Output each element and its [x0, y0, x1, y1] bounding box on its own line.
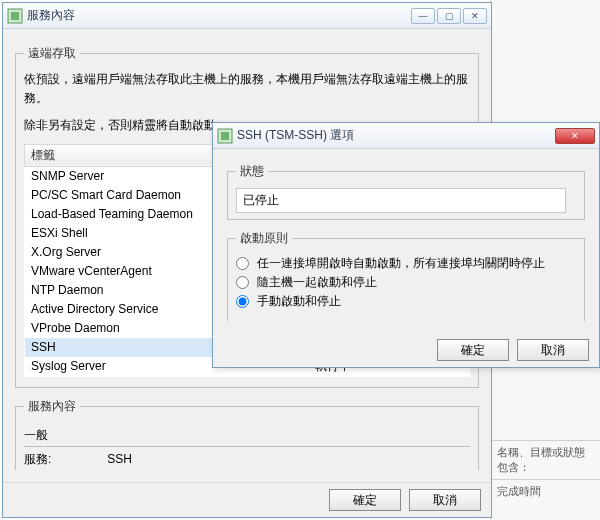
cancel-button[interactable]: 取消 — [409, 489, 481, 511]
status-group: 狀態 已停止 — [227, 163, 585, 220]
services-footer: 確定 取消 — [3, 482, 491, 517]
startup-policy-group: 啟動原則 任一連接埠開啟時自動啟動，所有連接埠均關閉時停止 隨主機一起啟動和停止… — [227, 230, 585, 321]
services-window-title: 服務內容 — [27, 7, 411, 24]
policy-opt-manual-label: 手動啟動和停止 — [257, 293, 341, 310]
policy-radio-manual[interactable] — [236, 295, 249, 308]
status-value: 已停止 — [236, 188, 566, 213]
policy-opt-withhost[interactable]: 隨主機一起啟動和停止 — [236, 274, 576, 291]
service-detail-group: 服務內容 一般 服務: SSH 套件資訊: esx-base This VIB … — [15, 398, 479, 470]
ssh-options-window: SSH (TSM-SSH) 選項 ✕ 狀態 已停止 啟動原則 任一連接埠開啟時自… — [212, 122, 600, 368]
close-button[interactable]: ✕ — [555, 128, 595, 144]
ssh-options-titlebar[interactable]: SSH (TSM-SSH) 選項 ✕ — [213, 123, 599, 149]
policy-opt-auto-label: 任一連接埠開啟時自動啟動，所有連接埠均關閉時停止 — [257, 255, 545, 272]
pkg-label: 套件資訊: — [24, 468, 104, 470]
policy-opt-auto[interactable]: 任一連接埠開啟時自動啟動，所有連接埠均關閉時停止 — [236, 255, 576, 272]
close-button[interactable]: ✕ — [463, 8, 487, 24]
pkg-value-1: esx-base — [104, 468, 197, 470]
bg-finish-label: 完成時間 — [491, 479, 600, 503]
vm-icon — [7, 8, 23, 24]
startup-policy-legend: 啟動原則 — [236, 230, 292, 247]
ok-button[interactable]: 確定 — [329, 489, 401, 511]
policy-opt-manual[interactable]: 手動啟動和停止 — [236, 293, 576, 310]
cancel-button[interactable]: 取消 — [517, 339, 589, 361]
detail-sub-heading: 一般 — [24, 427, 470, 447]
remote-access-desc1: 依預設，遠端用戶端無法存取此主機上的服務，本機用戶端無法存取遠端主機上的服務。 — [24, 70, 470, 108]
policy-radio-auto[interactable] — [236, 257, 249, 270]
minimize-button[interactable]: — — [411, 8, 435, 24]
ssh-options-footer: 確定 取消 — [213, 333, 599, 367]
service-detail-legend: 服務內容 — [24, 398, 80, 415]
ok-button[interactable]: 確定 — [437, 339, 509, 361]
bg-filter-label: 名稱、目標或狀態包含： — [491, 440, 600, 479]
svc-value: SSH — [107, 452, 132, 466]
policy-radio-withhost[interactable] — [236, 276, 249, 289]
remote-access-legend: 遠端存取 — [24, 45, 80, 62]
svg-rect-1 — [11, 12, 19, 20]
ssh-options-title: SSH (TSM-SSH) 選項 — [237, 127, 555, 144]
svg-rect-3 — [221, 132, 229, 140]
policy-opt-withhost-label: 隨主機一起啟動和停止 — [257, 274, 377, 291]
maximize-button[interactable]: ▢ — [437, 8, 461, 24]
vm-icon — [217, 128, 233, 144]
services-titlebar[interactable]: 服務內容 — ▢ ✕ — [3, 3, 491, 29]
svc-label: 服務: — [24, 451, 104, 468]
status-legend: 狀態 — [236, 163, 268, 180]
